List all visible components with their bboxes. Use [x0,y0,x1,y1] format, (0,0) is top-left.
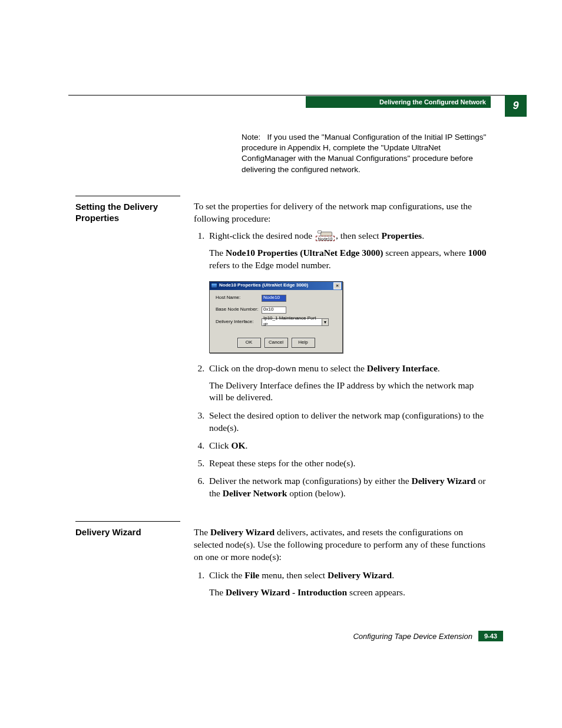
note-block: Note: If you used the "Manual Configurat… [242,132,489,175]
section2-steps: Click the File menu, then select Deliver… [194,569,488,599]
chapter-tab: 9 [505,95,527,117]
node-icon-label: Node10 [316,236,335,241]
note-text: If you used the "Manual Configuration of… [242,133,486,174]
properties-dialog: Node10 Properties (UltraNet Edge 3000) ×… [209,281,343,353]
step-2: Click on the drop-down menu to select th… [207,363,488,404]
chapter-number: 9 [513,100,518,112]
chevron-down-icon[interactable]: ▼ [322,318,329,326]
section1-body: To set the properties for delivery of th… [194,200,488,505]
step2-result: The Delivery Interface defines the IP ad… [209,380,488,404]
base-node-row: Base Node Number: 0x10 [216,307,336,314]
dialog-title: Node10 Properties (UltraNet Edge 3000) [219,282,333,289]
document-page: Delivering the Configured Network 9 Note… [0,0,562,728]
section2-step1-result: The Delivery Wizard - Introduction scree… [209,587,488,599]
delivery-interface-value: Ip10_1 Maintenance Port IP [262,318,322,326]
section-rule-2 [75,521,180,522]
dialog-title-icon [211,283,217,288]
base-node-label: Base Node Number: [216,307,262,313]
dialog-body: Host Name: Node10 Base Node Number: 0x10… [210,290,342,335]
note-label: Note: [242,133,260,141]
intro-text: To set the properties for delivery of th… [194,200,488,225]
cancel-button[interactable]: Cancel [265,338,288,348]
delivery-interface-select[interactable]: Ip10_1 Maintenance Port IP ▼ [262,318,329,326]
close-icon[interactable]: × [333,282,341,289]
help-button[interactable]: Help [292,338,315,348]
step-6: Deliver the network map (configurations)… [207,475,488,500]
base-node-field[interactable]: 0x10 [262,307,286,314]
section1-steps: Right-click the desired node Node10, the… [194,230,488,500]
node-icon: Node10 [316,231,335,242]
delivery-interface-row: Delivery Interface: Ip10_1 Maintenance P… [216,318,336,326]
footer-page-number: 9-43 [478,631,503,641]
host-name-field[interactable]: Node10 [262,295,286,302]
section-title: Setting the Delivery Properties [75,202,187,224]
section-rule [75,196,180,196]
page-footer: Configuring Tape Device Extension 9-43 [68,630,503,642]
host-name-row: Host Name: Node10 [216,295,336,302]
running-header: Delivering the Configured Network [306,96,491,108]
section2-body: The Delivery Wizard delivers, activates,… [194,526,488,605]
header-rule [68,95,505,95]
section2-step-1: Click the File menu, then select Deliver… [207,569,488,599]
section2-intro: The Delivery Wizard delivers, activates,… [194,526,488,564]
step-4: Click OK. [207,440,488,452]
section2-title: Delivery Wizard [75,527,187,538]
step-5: Repeat these steps for the other node(s)… [207,457,488,470]
dialog-buttons: OK Cancel Help [210,335,342,353]
dialog-titlebar: Node10 Properties (UltraNet Edge 3000) × [210,282,342,290]
host-name-label: Host Name: [216,295,262,301]
step-1: Right-click the desired node Node10, the… [207,230,488,353]
running-header-text: Delivering the Configured Network [379,98,486,106]
footer-text: Configuring Tape Device Extension [353,632,472,641]
step1-result: The Node10 Properties (UltraNet Edge 300… [209,247,488,272]
ok-button[interactable]: OK [237,338,261,348]
step-3: Select the desired option to deliver the… [207,410,488,434]
delivery-interface-label: Delivery Interface: [216,319,262,325]
